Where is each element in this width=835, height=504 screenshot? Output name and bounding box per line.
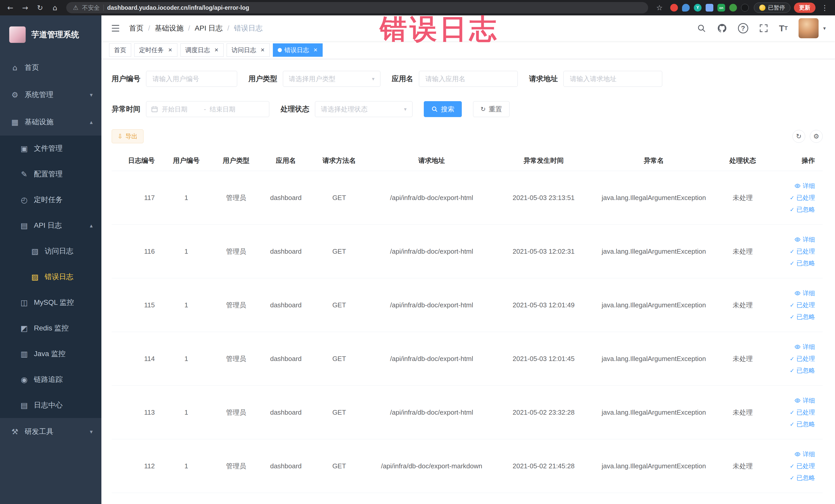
action-ignored[interactable]: ✓ 已忽略 xyxy=(790,205,815,214)
hamburger-icon[interactable] xyxy=(110,23,120,33)
sidebar-item-dev-tools[interactable]: ⚒ 研发工具 ▾ xyxy=(0,418,101,445)
log-center-icon: ▤ xyxy=(20,401,29,410)
cell-app-name: dashboard xyxy=(261,278,311,332)
action-ignored[interactable]: ✓ 已忽略 xyxy=(790,474,815,482)
cell-user-id: 1 xyxy=(161,171,211,225)
search-icon[interactable] xyxy=(697,24,706,33)
logo[interactable]: 芋道管理系统 xyxy=(0,15,101,54)
process-status-select[interactable]: 请选择处理状态 ▾ xyxy=(315,101,412,117)
avatar[interactable] xyxy=(798,18,819,38)
sidebar-item-access-log[interactable]: ▧ 访问日志 xyxy=(0,238,101,264)
browser-menu-icon[interactable]: ⋮ xyxy=(819,2,830,13)
font-size-icon[interactable]: TT xyxy=(779,23,788,33)
action-processed[interactable]: ✓ 已处理 xyxy=(790,462,815,470)
breadcrumb-home[interactable]: 首页 xyxy=(129,23,143,33)
address-bar[interactable]: ⚠ 不安全 dashboard.yudao.iocoder.cn/infra/l… xyxy=(66,2,648,13)
close-icon[interactable]: × xyxy=(312,46,319,54)
extension-icon-paw[interactable] xyxy=(741,4,749,12)
sidebar-item-error-log[interactable]: ▨ 错误日志 xyxy=(0,264,101,289)
action-ignored[interactable]: ✓ 已忽略 xyxy=(790,313,815,321)
sidebar-item-api-log[interactable]: ▤ API 日志 ▴ xyxy=(0,213,101,238)
paused-label: 已暂停 xyxy=(768,4,785,12)
extension-icon-on-badge[interactable]: on xyxy=(717,4,725,12)
action-detail[interactable]: 详细 xyxy=(794,182,815,190)
sidebar-item-link-tracing[interactable]: ◉ 链路追踪 xyxy=(0,367,101,392)
extension-icon-blue-drop[interactable] xyxy=(682,4,690,12)
breadcrumb-api-log[interactable]: API 日志 xyxy=(195,23,223,33)
sidebar-item-config-management[interactable]: ✎ 配置管理 xyxy=(0,161,101,187)
action-processed[interactable]: ✓ 已处理 xyxy=(790,194,815,202)
cell-exception-time: 2021-05-03 12:01:45 xyxy=(496,332,592,386)
col-exception-name: 异常名 xyxy=(592,150,716,171)
request-url-input[interactable] xyxy=(564,71,662,87)
update-button[interactable]: 更新 xyxy=(794,3,815,13)
close-icon[interactable]: × xyxy=(259,46,266,54)
end-date-input[interactable] xyxy=(210,105,248,113)
help-icon[interactable]: ? xyxy=(738,23,748,33)
action-detail[interactable]: 详细 xyxy=(794,236,815,244)
cell-method: GET xyxy=(311,332,368,386)
cell-exception-time: 2021-05-02 23:32:28 xyxy=(496,386,592,439)
user-type-select[interactable]: 请选择用户类型 ▾ xyxy=(283,71,381,87)
action-processed[interactable]: ✓ 已处理 xyxy=(790,408,815,417)
avatar-caret-icon[interactable]: ▾ xyxy=(823,25,826,31)
smiley-icon xyxy=(759,5,766,11)
close-icon[interactable]: × xyxy=(166,46,174,54)
search-button[interactable]: 搜索 xyxy=(424,101,462,117)
sidebar-item-mysql-monitor[interactable]: ◫ MySQL 监控 xyxy=(0,289,101,315)
table-toolbar: ⇩ 导出 ↻ ⚙ xyxy=(111,129,823,143)
paused-button[interactable]: 已暂停 xyxy=(754,3,790,13)
date-range-picker[interactable]: - xyxy=(146,101,269,117)
extension-icon-green-y[interactable]: Y xyxy=(694,4,701,12)
cell-actions: 详细 ✓ 已处理 ✓ 已忽略 xyxy=(769,439,823,493)
action-detail[interactable]: 详细 xyxy=(794,289,815,297)
sidebar-item-scheduled-jobs[interactable]: ◴ 定时任务 xyxy=(0,187,101,213)
github-icon[interactable] xyxy=(717,23,727,33)
action-detail[interactable]: 详细 xyxy=(794,343,815,351)
cell-process-status: 未处理 xyxy=(716,278,769,332)
cell-method: GET xyxy=(311,278,368,332)
user-id-input[interactable] xyxy=(146,71,237,87)
eye-icon xyxy=(794,183,801,189)
refresh-table-button[interactable]: ↻ xyxy=(792,130,805,143)
tab-error-log[interactable]: 错误日志 × xyxy=(273,43,323,57)
tab-scheduled-jobs[interactable]: 定时任务 × xyxy=(134,43,177,57)
extension-icon-leaf[interactable] xyxy=(729,4,737,12)
extension-icon-red[interactable] xyxy=(670,4,678,12)
sidebar-item-file-management[interactable]: ▣ 文件管理 xyxy=(0,136,101,161)
chevron-up-icon: ▴ xyxy=(90,222,93,229)
sidebar-item-system[interactable]: ⚙ 系统管理 ▾ xyxy=(0,81,101,108)
export-button[interactable]: ⇩ 导出 xyxy=(111,129,143,143)
home-icon[interactable]: ⌂ xyxy=(49,2,61,13)
start-date-input[interactable] xyxy=(162,105,200,113)
tab-schedule-log[interactable]: 调度日志 × xyxy=(180,43,224,57)
fullscreen-icon[interactable] xyxy=(759,24,768,33)
back-icon[interactable]: ← xyxy=(5,2,16,13)
reload-icon[interactable]: ↻ xyxy=(34,2,46,13)
action-ignored[interactable]: ✓ 已忽略 xyxy=(790,420,815,428)
cell-user-type: 管理员 xyxy=(211,278,261,332)
column-settings-button[interactable]: ⚙ xyxy=(810,130,823,143)
close-icon[interactable]: × xyxy=(212,46,220,54)
tab-access-log[interactable]: 访问日志 × xyxy=(227,43,270,57)
action-detail[interactable]: 详细 xyxy=(794,397,815,405)
action-ignored[interactable]: ✓ 已忽略 xyxy=(790,366,815,375)
forward-icon[interactable]: → xyxy=(20,2,31,13)
sidebar-item-infrastructure[interactable]: ▦ 基础设施 ▴ xyxy=(0,108,101,136)
download-icon: ⇩ xyxy=(118,133,123,140)
reset-button[interactable]: ↻ 重置 xyxy=(473,101,510,117)
sidebar-item-home[interactable]: ⌂ 首页 xyxy=(0,54,101,81)
sidebar-item-log-center[interactable]: ▤ 日志中心 xyxy=(0,392,101,418)
bookmark-star-icon[interactable]: ☆ xyxy=(654,2,665,13)
app-name-input[interactable] xyxy=(419,71,518,87)
action-detail[interactable]: 详细 xyxy=(794,450,815,458)
extension-icon-grid[interactable] xyxy=(706,4,713,12)
tab-home[interactable]: 首页 xyxy=(109,43,131,57)
action-ignored[interactable]: ✓ 已忽略 xyxy=(790,259,815,267)
breadcrumb-infrastructure[interactable]: 基础设施 xyxy=(155,23,184,33)
action-processed[interactable]: ✓ 已处理 xyxy=(790,247,815,256)
sidebar-item-java-monitor[interactable]: ▥ Java 监控 xyxy=(0,341,101,367)
action-processed[interactable]: ✓ 已处理 xyxy=(790,355,815,363)
sidebar-item-redis-monitor[interactable]: ◩ Redis 监控 xyxy=(0,315,101,341)
action-processed[interactable]: ✓ 已处理 xyxy=(790,301,815,309)
